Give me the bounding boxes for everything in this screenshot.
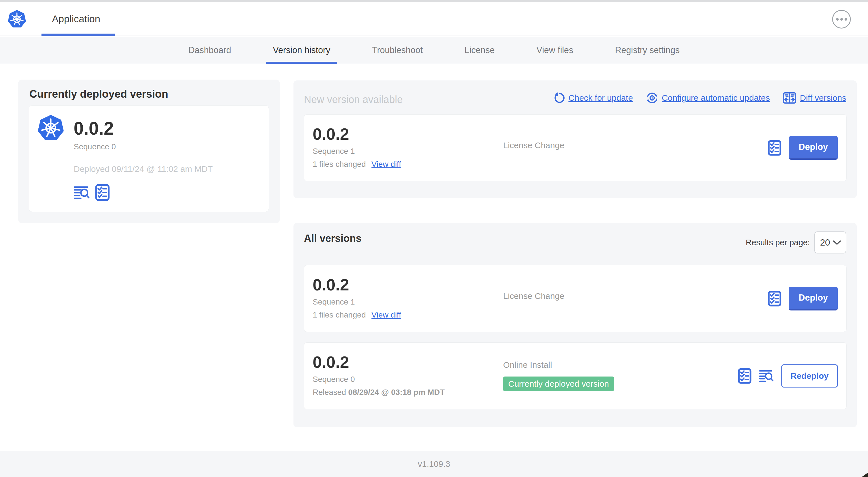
view-diff-link[interactable]: View diff: [371, 160, 401, 169]
deploy-logs-icon[interactable]: [759, 369, 774, 383]
app-header: Application: [0, 2, 868, 36]
version-row-sequence-1: 0.0.2 Sequence 1 1 files changed View di…: [304, 265, 846, 332]
preflight-checklist-icon[interactable]: [95, 184, 110, 201]
all-versions-panel: All versions Results per page: 20 0.0.2 …: [293, 223, 857, 427]
results-per-page-select[interactable]: 20: [814, 232, 846, 254]
current-version-sequence: Sequence 0: [74, 142, 213, 151]
version-sequence: Sequence 1: [313, 297, 401, 306]
currently-deployed-panel: Currently deployed version 0.0.2 Sequenc…: [18, 80, 280, 223]
deploy-logs-icon[interactable]: [74, 185, 90, 200]
version-row-sequence-0: 0.0.2 Sequence 0 Released 08/29/24 @ 03:…: [304, 342, 846, 409]
tab-dashboard[interactable]: Dashboard: [188, 37, 231, 64]
files-changed-label: 1 files changed: [313, 310, 366, 320]
kubernetes-logo: [37, 114, 65, 142]
app-tab[interactable]: Application: [52, 2, 100, 35]
app-tab-active-underline: [41, 34, 115, 36]
check-for-update-link[interactable]: Check for update: [553, 92, 633, 104]
results-per-page-value: 20: [820, 237, 830, 248]
preflight-checklist-icon[interactable]: [768, 291, 781, 306]
window-top-strip: [0, 0, 868, 2]
released-timestamp: Released 08/29/24 @ 03:18 pm MDT: [313, 388, 445, 397]
current-version-number: 0.0.2: [74, 118, 213, 139]
preflight-checklist-icon[interactable]: [738, 368, 751, 384]
tab-license[interactable]: License: [464, 37, 495, 64]
view-diff-link[interactable]: View diff: [371, 310, 401, 320]
redeploy-button[interactable]: Redeploy: [781, 364, 838, 388]
version-history-page: Application Dashboard Version history Tr…: [0, 0, 868, 477]
deploy-button[interactable]: Deploy: [789, 136, 838, 160]
console-version: v1.109.3: [417, 459, 450, 469]
footer: v1.109.3: [0, 451, 868, 477]
results-per-page-label: Results per page:: [746, 238, 810, 247]
currently-deployed-title: Currently deployed version: [29, 88, 168, 100]
version-sequence: Sequence 0: [313, 375, 445, 384]
files-changed-label: 1 files changed: [313, 160, 366, 169]
preflight-checklist-icon[interactable]: [768, 140, 781, 156]
new-version-row: 0.0.2 Sequence 1 1 files changed View di…: [304, 114, 846, 181]
version-number: 0.0.2: [313, 353, 445, 371]
refresh-icon: [553, 92, 565, 104]
version-source: License Change: [503, 141, 564, 150]
version-source: License Change: [503, 291, 564, 301]
kubernetes-logo: [7, 9, 27, 29]
version-source: Online Install: [503, 360, 614, 370]
new-version-title: New version available: [304, 94, 403, 106]
app-tab-label: Application: [52, 13, 100, 25]
diff-versions-link[interactable]: Diff versions: [783, 92, 846, 104]
version-number: 0.0.2: [313, 275, 401, 294]
tab-registry-settings[interactable]: Registry settings: [615, 37, 680, 64]
currently-deployed-badge: Currently deployed version: [503, 377, 614, 391]
deploy-button[interactable]: Deploy: [789, 287, 838, 310]
configure-automatic-updates-link[interactable]: Configure automatic updates: [646, 92, 770, 104]
current-version-deployed-timestamp: Deployed 09/11/24 @ 11:02 am MDT: [74, 164, 213, 174]
tab-troubleshoot[interactable]: Troubleshoot: [372, 37, 423, 64]
diff-icon: [783, 92, 796, 104]
version-sequence: Sequence 1: [313, 147, 401, 156]
auto-update-icon: [646, 92, 658, 104]
currently-deployed-card: 0.0.2 Sequence 0 Deployed 09/11/24 @ 11:…: [29, 105, 269, 212]
new-version-panel: New version available Check for update C…: [293, 81, 857, 198]
ellipsis-menu-icon[interactable]: [832, 10, 851, 29]
tab-view-files[interactable]: View files: [536, 37, 573, 64]
version-number: 0.0.2: [313, 125, 401, 143]
nav-tabs: Dashboard Version history Troubleshoot L…: [0, 37, 868, 64]
all-versions-title: All versions: [304, 233, 362, 244]
chevron-down-icon: [833, 240, 841, 245]
tab-version-history[interactable]: Version history: [273, 37, 330, 64]
